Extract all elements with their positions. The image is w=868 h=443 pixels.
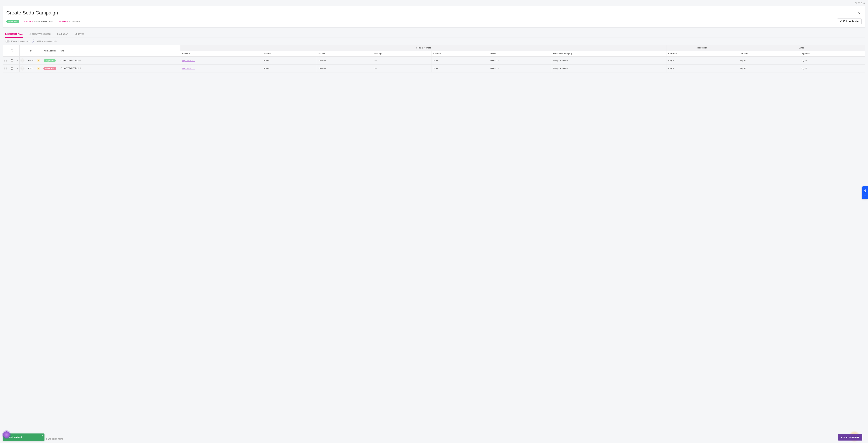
- comment-icon: [21, 59, 24, 62]
- cell-site-url[interactable]: http://www.cr...: [180, 65, 262, 72]
- tab-updates[interactable]: UPDATES: [75, 31, 84, 38]
- add-placement-button[interactable]: ADD PLACEMENT: [838, 434, 862, 441]
- edit-media-plan-button[interactable]: Edit media plan: [837, 19, 862, 24]
- svg-point-0: [864, 195, 866, 197]
- warning-icon[interactable]: !: [37, 67, 40, 70]
- drag-handle-icon[interactable]: ⋮⋮: [3, 59, 7, 62]
- col-site-url[interactable]: Site URL: [180, 51, 262, 57]
- cell-end-date: Sep 30: [738, 57, 799, 65]
- footer-hint: s and action items: [46, 438, 63, 440]
- select-all-checkbox[interactable]: [10, 49, 13, 52]
- cell-start-date: Aug 18: [666, 57, 738, 65]
- table-row[interactable]: ⋮⋮≡18800!ApprovedCreateTOTALLY Digitalht…: [3, 57, 865, 65]
- table-row[interactable]: ⋮⋮≡18801!Media draftCreateTOTALLY Digita…: [3, 65, 865, 72]
- row-checkbox[interactable]: [10, 67, 13, 70]
- col-device[interactable]: Device: [317, 51, 372, 57]
- status-badge: Media draft: [6, 20, 19, 23]
- col-format[interactable]: Format: [488, 51, 551, 57]
- col-media-status[interactable]: Media status: [41, 45, 59, 57]
- col-site[interactable]: Site: [59, 45, 180, 57]
- close-button[interactable]: CLOSE ✕: [855, 2, 865, 4]
- separator: [22, 20, 22, 23]
- row-menu-icon[interactable]: ≡: [17, 59, 18, 62]
- media-type-value: Digital Display: [69, 20, 82, 23]
- chevron-down-icon: [858, 11, 861, 15]
- drag-handle-icon[interactable]: ⋮⋮: [3, 67, 7, 70]
- tab-creative-assets[interactable]: 2. CREATIVE ASSETS: [29, 31, 51, 38]
- tab-content-plan[interactable]: 1. CONTENT PLAN: [5, 31, 23, 38]
- cell-content: Video: [432, 57, 488, 65]
- cell-id: 18800: [25, 57, 36, 65]
- col-copy-date[interactable]: Copy date: [799, 51, 865, 57]
- toast-close-button[interactable]: ✕: [41, 435, 43, 437]
- cell-content: Video: [432, 65, 488, 72]
- row-notes-button[interactable]: [20, 66, 25, 70]
- cell-end-date: Sep 30: [738, 65, 799, 72]
- smile-icon: [864, 194, 866, 197]
- svg-point-1: [865, 195, 865, 196]
- cell-start-date: Aug 18: [666, 65, 738, 72]
- tabs: 1. CONTENT PLAN 2. CREATIVE ASSETS CALEN…: [3, 31, 865, 38]
- warning-icon[interactable]: !: [37, 59, 40, 62]
- row-checkbox[interactable]: [10, 59, 13, 62]
- tab-calendar[interactable]: CALENDAR: [57, 31, 68, 38]
- plus-icon: +: [33, 40, 34, 42]
- close-label: CLOSE: [855, 2, 862, 4]
- close-icon: ✕: [863, 2, 865, 4]
- cell-device: Desktop: [317, 57, 372, 65]
- media-type-label: Media type:: [58, 20, 68, 23]
- assistant-bubble[interactable]: [3, 431, 10, 438]
- col-package[interactable]: Package: [372, 51, 432, 57]
- help-label: Help: [864, 189, 866, 193]
- col-section[interactable]: Section: [262, 51, 317, 57]
- campaign-label: Campaign:: [24, 20, 34, 23]
- cell-copy-date: Aug 17: [799, 65, 865, 72]
- hides-label: - hides supporting units: [37, 40, 57, 42]
- cell-format: Video 4x3: [488, 65, 551, 72]
- select-all-header: [8, 45, 16, 57]
- cell-status: Approved: [44, 59, 56, 62]
- cell-id: 18801: [25, 65, 36, 72]
- cell-section: Promo: [262, 65, 317, 72]
- col-id[interactable]: ID: [25, 45, 36, 57]
- col-size[interactable]: Size (width x height): [551, 51, 666, 57]
- help-button[interactable]: Help: [862, 186, 868, 199]
- drag-toggle-label: Enable drag and drop: [11, 40, 30, 42]
- cell-size: 1440px x 1080px: [551, 57, 666, 65]
- campaign-value: CreateTOTALLY 2023: [34, 20, 53, 23]
- cell-format: Video 4x3: [488, 57, 551, 65]
- cell-package: No: [372, 65, 432, 72]
- col-content[interactable]: Content: [432, 51, 488, 57]
- col-group-media: Media & formats: [180, 45, 666, 51]
- pencil-icon: [840, 20, 842, 23]
- cell-size: 1440px x 1080px: [551, 65, 666, 72]
- col-start-date[interactable]: Start date: [666, 51, 738, 57]
- cell-device: Desktop: [317, 65, 372, 72]
- cell-section: Promo: [262, 57, 317, 65]
- add-supporting-unit-button[interactable]: +: [32, 39, 35, 43]
- cell-site: CreateTOTALLY Digital: [59, 65, 180, 72]
- row-menu-icon[interactable]: ≡: [17, 67, 18, 69]
- header: Create Soda Campaign Media draft Campaig…: [3, 6, 865, 27]
- placements-table: ID Media status Site Media & formats Pro…: [3, 45, 865, 72]
- page-title: Create Soda Campaign: [6, 10, 862, 16]
- col-end-date[interactable]: End date: [738, 51, 799, 57]
- collapse-button[interactable]: [858, 11, 861, 15]
- row-notes-button[interactable]: [20, 58, 25, 63]
- col-group-production: Production: [666, 45, 738, 51]
- cell-site-url[interactable]: http://www.cr...: [180, 57, 262, 65]
- cell-site: CreateTOTALLY Digital: [59, 57, 180, 65]
- col-group-dates: Dates: [738, 45, 865, 51]
- cell-status: Media draft: [43, 67, 56, 70]
- edit-label: Edit media plan: [843, 20, 859, 23]
- comment-icon: [21, 67, 24, 70]
- cell-package: No: [372, 57, 432, 65]
- cell-copy-date: Aug 17: [799, 57, 865, 65]
- drag-toggle[interactable]: [5, 40, 9, 42]
